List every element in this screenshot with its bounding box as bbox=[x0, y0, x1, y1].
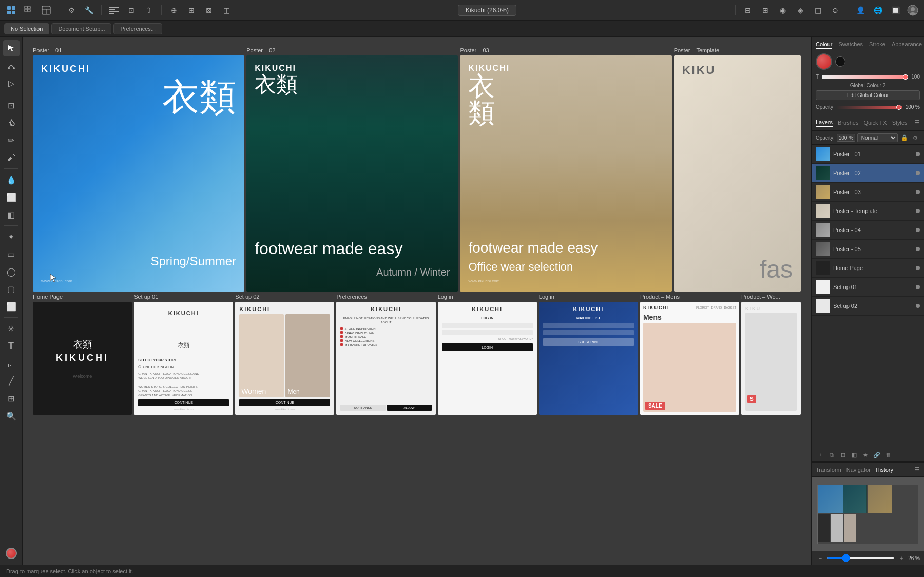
layer-poster-template[interactable]: Poster - Template bbox=[812, 202, 924, 221]
login-01-item[interactable]: Log in KIKUCHI LOG IN FORGOT YOUR PASSWO… bbox=[438, 294, 537, 415]
product-womens-thumb[interactable]: KIKU S bbox=[741, 302, 801, 415]
layer-vis-setup-01[interactable] bbox=[916, 285, 920, 289]
tool-line[interactable]: ╱ bbox=[3, 373, 20, 389]
tool-point[interactable]: ▷ bbox=[3, 75, 20, 91]
layer-link-icon[interactable]: 🔗 bbox=[872, 450, 881, 459]
tab-stroke[interactable]: Stroke bbox=[869, 41, 886, 49]
layer-poster-04[interactable]: Poster - 04 bbox=[812, 221, 924, 240]
tool-fill[interactable] bbox=[3, 114, 20, 131]
profile-icon[interactable] bbox=[906, 3, 920, 17]
layer-duplicate-icon[interactable]: ⧉ bbox=[827, 450, 836, 459]
layer-vis-poster-02[interactable] bbox=[916, 171, 920, 175]
layer-vis-poster-template[interactable] bbox=[916, 209, 920, 213]
layer-vis-poster-01[interactable] bbox=[916, 152, 920, 156]
layer-poster-01[interactable]: Poster - 01 bbox=[812, 145, 924, 164]
view3-icon[interactable]: ◉ bbox=[776, 3, 790, 17]
crop-icon[interactable]: ⊡ bbox=[124, 3, 139, 17]
login01-forgot[interactable]: FORGOT YOUR PASSWORD? bbox=[442, 337, 533, 340]
help-icon[interactable]: 🔲 bbox=[888, 3, 902, 17]
zoom-slider[interactable] bbox=[827, 557, 895, 559]
setup-01-item[interactable]: Set up 01 KIKUCHI 衣類 SELECT YOUR STORE U… bbox=[134, 294, 233, 415]
layer-settings-icon[interactable]: ⚙ bbox=[911, 133, 920, 142]
home-page-thumb[interactable]: 衣類 KIKUCHI Welcome bbox=[33, 302, 132, 415]
tool-crop[interactable]: ⊡ bbox=[3, 97, 20, 113]
tab-quick-fx[interactable]: Quick FX bbox=[863, 119, 887, 127]
layer-vis-poster-05[interactable] bbox=[916, 247, 920, 251]
setup01-btn[interactable]: CONTINUE bbox=[138, 399, 229, 406]
layer-poster-03[interactable]: Poster - 03 bbox=[812, 183, 924, 202]
product-mens-thumb[interactable]: KIKUCHI FLORISTBRANDBASKET Mens SALE bbox=[640, 302, 739, 415]
tool-path[interactable]: 🖊 bbox=[3, 355, 20, 372]
poster-03-item[interactable]: Poster – 03 KIKUCHI 衣類 footwear made eas… bbox=[460, 47, 671, 292]
snap4-icon[interactable]: ◫ bbox=[219, 3, 234, 17]
view1-icon[interactable]: ⊟ bbox=[741, 3, 755, 17]
snap2-icon[interactable]: ⊞ bbox=[184, 3, 199, 17]
canvas-area[interactable]: Poster – 01 KIKUCHI 衣類 Spring/Summer www… bbox=[23, 37, 811, 565]
cog-icon[interactable]: 🔧 bbox=[82, 3, 96, 17]
layer-vis-poster-03[interactable] bbox=[916, 190, 920, 194]
layer-lock-icon[interactable]: 🔒 bbox=[900, 133, 909, 142]
tool-eyedropper[interactable]: 💧 bbox=[3, 171, 20, 188]
settings-icon[interactable]: ⚙ bbox=[64, 3, 79, 17]
login02-btn[interactable]: SUBSCRIBE bbox=[543, 338, 634, 346]
layer-home-page[interactable]: Home Page bbox=[812, 259, 924, 278]
login-02-thumb[interactable]: KIKUCHI MAILING LIST SUBSCRIBE bbox=[539, 302, 638, 415]
tab-preferences[interactable]: Preferences... bbox=[113, 23, 162, 34]
login01-user-field[interactable] bbox=[442, 323, 533, 328]
view4-icon[interactable]: ◈ bbox=[793, 3, 807, 17]
tool-gradient[interactable]: ⬜ bbox=[3, 189, 20, 205]
setup-02-item[interactable]: Set up 02 KIKUCHI Women Men bbox=[235, 294, 334, 415]
tab-swatches[interactable]: Swatches bbox=[838, 41, 863, 49]
layer-poster-05[interactable]: Poster - 05 bbox=[812, 240, 924, 259]
prefs-allow[interactable]: ALLOW bbox=[387, 405, 432, 411]
layer-vis-setup-02[interactable] bbox=[916, 304, 920, 308]
poster-03-thumb[interactable]: KIKUCHI 衣類 footwear made easy Office wea… bbox=[460, 55, 671, 292]
tool-rounded-rect2[interactable]: ⬜ bbox=[3, 298, 20, 315]
tab-transform[interactable]: Transform bbox=[816, 467, 841, 473]
user-icon[interactable]: 👤 bbox=[853, 3, 868, 17]
setup02-btn[interactable]: CONTINUE bbox=[239, 399, 330, 406]
tool-colour[interactable] bbox=[3, 545, 20, 562]
zoom-in-icon[interactable]: + bbox=[897, 553, 906, 563]
product-mens-item[interactable]: Product – Mens KIKUCHI FLORISTBRANDBASKE… bbox=[640, 294, 739, 415]
edit-global-colour-button[interactable]: Edit Global Colour bbox=[816, 90, 920, 100]
grid-icon[interactable] bbox=[22, 3, 36, 17]
tool-rect[interactable]: ▭ bbox=[3, 246, 20, 262]
canvas-scroll[interactable]: Poster – 01 KIKUCHI 衣類 Spring/Summer www… bbox=[23, 37, 811, 565]
tool-select[interactable] bbox=[3, 40, 20, 56]
tool-paint[interactable]: 🖌 bbox=[3, 149, 20, 166]
preferences-thumb[interactable]: KIKUCHI ENABLE NOTIFICATIONS AND WE'LL S… bbox=[336, 302, 435, 415]
layer-vis-home-page[interactable] bbox=[916, 266, 920, 270]
snap1-icon[interactable]: ⊕ bbox=[167, 3, 181, 17]
colour-t-slider[interactable] bbox=[822, 75, 908, 79]
zoom-out-icon[interactable]: − bbox=[816, 553, 825, 563]
colour-swatch-dark[interactable] bbox=[835, 56, 845, 67]
tab-document-setup[interactable]: Document Setup... bbox=[51, 23, 111, 34]
poster-02-thumb[interactable]: KIKUCHI 衣類 footwear made easy Autumn / W… bbox=[246, 55, 458, 292]
layer-setup-02[interactable]: Set up 02 bbox=[812, 297, 924, 316]
tool-rounded-rect[interactable]: ▢ bbox=[3, 281, 20, 297]
nav-minimap[interactable] bbox=[812, 477, 924, 551]
tab-layers[interactable]: Layers bbox=[816, 118, 833, 127]
view5-icon[interactable]: ◫ bbox=[811, 3, 825, 17]
tool-zoom[interactable]: 🔍 bbox=[3, 408, 20, 424]
app-icon[interactable] bbox=[4, 3, 18, 17]
layer-group-icon[interactable]: ⊞ bbox=[838, 450, 848, 459]
tool-text[interactable]: T bbox=[3, 338, 20, 354]
tab-no-selection[interactable]: No Selection bbox=[4, 23, 49, 34]
poster-01-item[interactable]: Poster – 01 KIKUCHI 衣類 Spring/Summer www… bbox=[33, 47, 244, 292]
login02-email[interactable] bbox=[543, 323, 634, 328]
nav-panel-menu[interactable]: ☰ bbox=[915, 466, 920, 473]
poster-01-thumb[interactable]: KIKUCHI 衣類 Spring/Summer www.kikuchi.com bbox=[33, 55, 244, 292]
opacity-layers-input[interactable] bbox=[837, 134, 855, 142]
tab-colour[interactable]: Colour bbox=[816, 41, 832, 49]
layer-setup-01[interactable]: Set up 01 bbox=[812, 278, 924, 297]
tool-pen[interactable]: ✏ bbox=[3, 132, 20, 148]
tool-symbol[interactable]: ✦ bbox=[3, 228, 20, 245]
title-button[interactable]: Kikuchi (26.0%) bbox=[458, 5, 516, 16]
setup-01-thumb[interactable]: KIKUCHI 衣類 SELECT YOUR STORE UNITED KING… bbox=[134, 302, 233, 415]
login-02-item[interactable]: Log in KIKUCHI MAILING LIST SUBSCRIBE bbox=[539, 294, 638, 415]
align-left-icon[interactable] bbox=[107, 3, 121, 17]
login01-btn[interactable]: LOGIN bbox=[442, 343, 533, 351]
layer-fx-icon[interactable]: ★ bbox=[861, 450, 870, 459]
